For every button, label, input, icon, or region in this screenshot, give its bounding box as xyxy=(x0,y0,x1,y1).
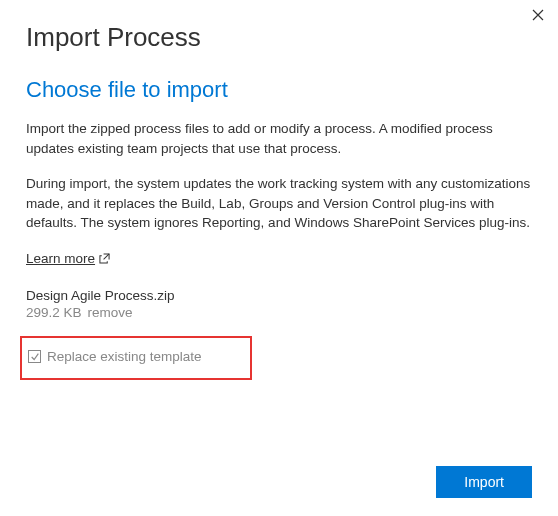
dialog-content: Import Process Choose file to import Imp… xyxy=(0,0,558,380)
replace-template-row: Replace existing template xyxy=(28,349,202,364)
file-size: 299.2 KB xyxy=(26,305,82,320)
description-2: During import, the system updates the wo… xyxy=(26,174,532,233)
learn-more-link[interactable]: Learn more xyxy=(26,251,110,266)
close-icon xyxy=(532,7,544,24)
replace-template-checkbox[interactable] xyxy=(28,350,41,363)
dialog-title: Import Process xyxy=(26,22,532,53)
remove-file-link[interactable]: remove xyxy=(88,305,133,320)
replace-template-label: Replace existing template xyxy=(47,349,202,364)
highlight-annotation: Replace existing template xyxy=(20,336,252,380)
section-heading: Choose file to import xyxy=(26,77,532,103)
description-1: Import the zipped process files to add o… xyxy=(26,119,532,158)
dialog-footer: Import xyxy=(436,466,532,498)
external-link-icon xyxy=(99,253,110,264)
close-button[interactable] xyxy=(532,8,544,24)
checkmark-icon xyxy=(30,352,40,362)
selected-file: Design Agile Process.zip 299.2 KBremove xyxy=(26,288,532,320)
import-button[interactable]: Import xyxy=(436,466,532,498)
file-meta: 299.2 KBremove xyxy=(26,305,532,320)
file-name: Design Agile Process.zip xyxy=(26,288,532,303)
learn-more-label: Learn more xyxy=(26,251,95,266)
